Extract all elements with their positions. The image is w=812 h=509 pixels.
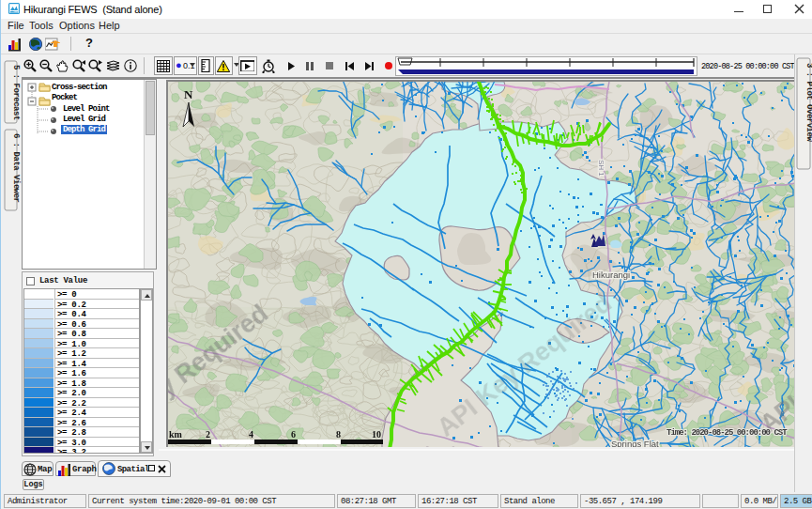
svg-text:6 : Data Viewer: 6 : Data Viewer <box>11 133 21 203</box>
svg-text:8: 8 <box>336 429 341 440</box>
svg-text:SH 1: SH 1 <box>597 160 605 177</box>
svg-text:10: 10 <box>372 429 381 440</box>
svg-text:Hikurangi: Hikurangi <box>592 270 630 280</box>
svg-text:km: km <box>169 429 183 440</box>
svg-text:6: 6 <box>291 429 296 440</box>
svg-text:Time: 2020-08-25 00:00:00 CST: Time: 2020-08-25 00:00:00 CST <box>666 428 788 438</box>
svg-text:2: 2 <box>206 429 210 440</box>
svg-text:Springs Flat: Springs Flat <box>611 439 659 447</box>
svg-text:4: 4 <box>249 429 253 440</box>
svg-text:N: N <box>184 87 193 101</box>
svg-text:5 : Forecast: 5 : Forecast <box>11 65 21 120</box>
svg-text:3 : Plot Overview: 3 : Plot Overview <box>804 63 812 142</box>
